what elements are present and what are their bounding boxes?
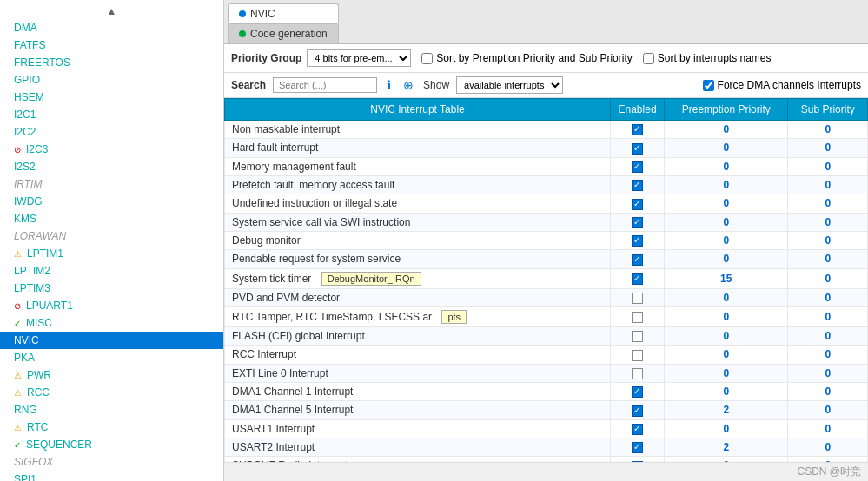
checkbox-checked-3[interactable] — [632, 180, 643, 191]
row-enabled-13[interactable] — [611, 364, 665, 382]
sidebar-item-rcc[interactable]: ⚠RCC — [0, 384, 223, 401]
sort-premption-checkbox[interactable] — [421, 53, 433, 64]
row-enabled-4[interactable] — [611, 194, 665, 213]
checkbox-checked-4[interactable] — [632, 199, 643, 210]
row-enabled-8[interactable] — [611, 268, 665, 288]
row-enabled-0[interactable] — [611, 121, 665, 139]
sidebar-item-misc[interactable]: ✓MISC — [0, 314, 223, 332]
sidebar-item-iwdg[interactable]: IWDG — [0, 193, 223, 210]
row-sub-8[interactable]: 0 — [788, 268, 868, 288]
row-preemption-9[interactable]: 0 — [665, 288, 788, 306]
sidebar-item-i2c3[interactable]: ⊘I2C3 — [0, 141, 223, 158]
row-sub-12[interactable]: 0 — [788, 346, 868, 364]
tab-code-gen[interactable]: Code generation — [228, 23, 339, 43]
priority-group-select[interactable]: 4 bits for pre-em... — [307, 49, 411, 67]
sidebar-item-lptim1[interactable]: ⚠LPTIM1 — [0, 245, 223, 262]
sidebar-item-lptim2[interactable]: LPTIM2 — [0, 262, 223, 280]
row-sub-4[interactable]: 0 — [788, 194, 868, 213]
checkbox-checked-1[interactable] — [632, 143, 643, 155]
row-enabled-6[interactable] — [611, 231, 665, 249]
checkbox-unchecked-13[interactable] — [632, 368, 643, 379]
sidebar-item-lpuart1[interactable]: ⊘LPUART1 — [0, 297, 223, 314]
row-preemption-10[interactable]: 0 — [665, 306, 788, 326]
row-sub-6[interactable]: 0 — [788, 231, 868, 249]
sidebar-item-lptim3[interactable]: LPTIM3 — [0, 280, 223, 297]
checkbox-unchecked-10[interactable] — [632, 312, 643, 323]
row-sub-0[interactable]: 0 — [788, 121, 868, 139]
sidebar-item-dma[interactable]: DMA — [0, 19, 223, 36]
row-sub-11[interactable]: 0 — [788, 326, 868, 345]
row-preemption-15[interactable]: 2 — [665, 401, 788, 419]
row-preemption-13[interactable]: 0 — [665, 364, 788, 382]
sidebar-item-i2c2[interactable]: I2C2 — [0, 123, 223, 141]
sidebar-item-i2s2[interactable]: I2S2 — [0, 158, 223, 175]
search-help-icon[interactable]: ⊕ — [401, 78, 416, 92]
checkbox-checked-18[interactable] — [632, 461, 643, 462]
row-preemption-12[interactable]: 0 — [665, 346, 788, 364]
checkbox-checked-15[interactable] — [632, 405, 643, 417]
force-dma-checkbox[interactable] — [703, 80, 714, 91]
sidebar-item-rng[interactable]: RNG — [0, 401, 223, 418]
row-enabled-1[interactable] — [611, 139, 665, 157]
row-enabled-12[interactable] — [611, 346, 665, 364]
checkbox-checked-0[interactable] — [632, 124, 643, 135]
sidebar-item-fatfs[interactable]: FATFS — [0, 36, 223, 54]
row-preemption-4[interactable]: 0 — [665, 194, 788, 213]
row-sub-16[interactable]: 0 — [788, 419, 868, 438]
row-enabled-2[interactable] — [611, 157, 665, 175]
row-enabled-11[interactable] — [611, 326, 665, 345]
sidebar-item-i2c1[interactable]: I2C1 — [0, 106, 223, 123]
sidebar-item-sequencer[interactable]: ✓SEQUENCER — [0, 436, 223, 453]
row-preemption-2[interactable]: 0 — [665, 157, 788, 175]
row-enabled-10[interactable] — [611, 306, 665, 326]
sidebar-item-pwr[interactable]: ⚠PWR — [0, 366, 223, 384]
checkbox-checked-16[interactable] — [632, 424, 643, 435]
sidebar-item-sigfox[interactable]: SIGFOX — [0, 453, 223, 471]
row-sub-1[interactable]: 0 — [788, 139, 868, 157]
sidebar-item-gpio[interactable]: GPIO — [0, 71, 223, 89]
row-sub-13[interactable]: 0 — [788, 364, 868, 382]
row-sub-3[interactable]: 0 — [788, 175, 868, 194]
row-preemption-0[interactable]: 0 — [665, 121, 788, 139]
row-enabled-15[interactable] — [611, 401, 665, 419]
row-preemption-17[interactable]: 2 — [665, 438, 788, 456]
row-sub-17[interactable]: 0 — [788, 438, 868, 456]
row-sub-2[interactable]: 0 — [788, 157, 868, 175]
sidebar-item-rtc[interactable]: ⚠RTC — [0, 418, 223, 436]
sidebar-item-lorawan[interactable]: LORAWAN — [0, 227, 223, 245]
checkbox-checked-2[interactable] — [632, 161, 643, 173]
search-input[interactable] — [273, 77, 377, 93]
sidebar-item-pka[interactable]: PKA — [0, 349, 223, 366]
row-enabled-9[interactable] — [611, 288, 665, 306]
row-enabled-14[interactable] — [611, 382, 665, 400]
checkbox-unchecked-9[interactable] — [632, 293, 643, 304]
row-enabled-17[interactable] — [611, 438, 665, 456]
row-preemption-5[interactable]: 0 — [665, 213, 788, 231]
show-select[interactable]: available interrupts — [456, 76, 563, 94]
sort-interrupts-checkbox[interactable] — [643, 53, 654, 64]
row-enabled-16[interactable] — [611, 419, 665, 438]
checkbox-checked-6[interactable] — [632, 235, 643, 247]
sidebar-item-spi1[interactable]: SPI1 — [0, 471, 223, 481]
sidebar-item-irtim[interactable]: IRTIM — [0, 175, 223, 193]
row-preemption-11[interactable]: 0 — [665, 326, 788, 345]
row-preemption-8[interactable]: 15 — [665, 268, 788, 288]
row-sub-15[interactable]: 0 — [788, 401, 868, 419]
checkbox-unchecked-12[interactable] — [632, 350, 643, 361]
row-sub-5[interactable]: 0 — [788, 213, 868, 231]
row-preemption-14[interactable]: 0 — [665, 382, 788, 400]
row-sub-14[interactable]: 0 — [788, 382, 868, 400]
checkbox-checked-17[interactable] — [632, 442, 643, 453]
row-preemption-1[interactable]: 0 — [665, 139, 788, 157]
checkbox-checked-8[interactable] — [632, 273, 643, 285]
row-preemption-7[interactable]: 0 — [665, 250, 788, 268]
row-preemption-16[interactable]: 0 — [665, 419, 788, 438]
row-preemption-3[interactable]: 0 — [665, 175, 788, 194]
row-sub-9[interactable]: 0 — [788, 288, 868, 306]
checkbox-checked-5[interactable] — [632, 217, 643, 228]
checkbox-unchecked-11[interactable] — [632, 331, 643, 342]
sidebar-item-kms[interactable]: KMS — [0, 210, 223, 227]
scroll-up-arrow[interactable]: ▲ — [0, 3, 223, 19]
sidebar-item-freertos[interactable]: FREERTOS — [0, 54, 223, 71]
tab-nvic[interactable]: NVIC — [228, 3, 339, 24]
